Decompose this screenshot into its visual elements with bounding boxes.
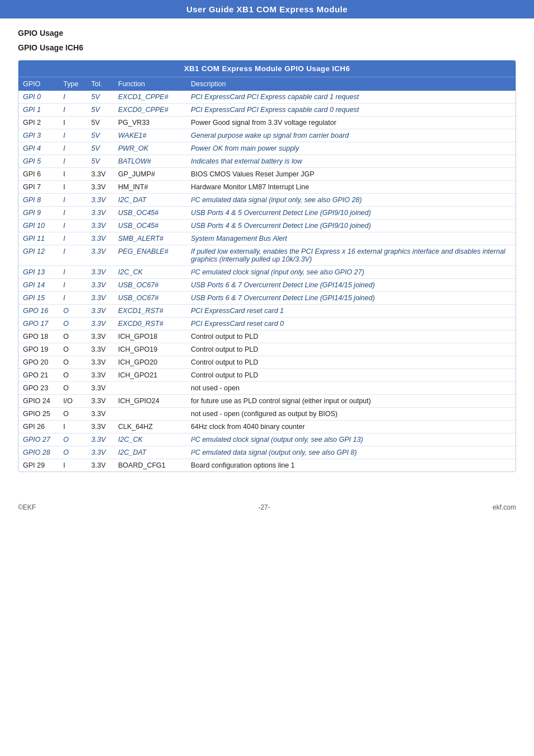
- table-row: GPI 5I5VBATLOW#Indicates that external b…: [18, 155, 516, 168]
- table-row: GPI 2I5VPG_VR33Power Good signal from 3.…: [18, 116, 516, 129]
- cell-tol: 3.3V: [87, 330, 114, 343]
- table-body: GPI 0I5VEXCD1_CPPE#PCI ExpressCard PCI E…: [18, 91, 516, 472]
- cell-func: CLK_64HZ: [114, 421, 186, 433]
- cell-type: O: [59, 305, 87, 318]
- cell-type: O: [59, 408, 87, 421]
- footer: ©EKF -27- ekf.com: [0, 499, 534, 516]
- cell-desc: PCI ExpressCard reset card 1: [186, 305, 516, 318]
- table-row: GPO 18O3.3VICH_GPO18Control output to PL…: [18, 330, 516, 343]
- table-row: GPI 9I3.3VUSB_OC45#USB Ports 4 & 5 Overc…: [18, 207, 516, 220]
- content: GPIO Usage GPIO Usage ICH6 XB1 COM Expre…: [0, 18, 534, 494]
- cell-tol: 3.3V: [87, 305, 114, 318]
- cell-type: O: [59, 356, 87, 369]
- cell-tol: 3.3V: [87, 232, 114, 245]
- cell-gpio: GPIO 27: [18, 433, 59, 446]
- cell-tol: 3.3V: [87, 266, 114, 279]
- cell-desc: PCI ExpressCard PCI Express capable card…: [186, 104, 516, 116]
- cell-tol: 3.3V: [87, 395, 114, 408]
- cell-tol: 3.3V: [87, 446, 114, 459]
- table-row: GPO 16O3.3VEXCD1_RST#PCI ExpressCard res…: [18, 305, 516, 318]
- cell-gpio: GPIO 24: [18, 395, 59, 408]
- cell-desc: Hardware Monitor LM87 Interrupt Line: [186, 181, 516, 194]
- cell-tol: 5V: [87, 104, 114, 116]
- cell-type: O: [59, 343, 87, 356]
- col-header-type: Type: [59, 77, 87, 91]
- cell-desc: USB Ports 6 & 7 Overcurrent Detect Line …: [186, 292, 516, 305]
- cell-tol: 3.3V: [87, 292, 114, 305]
- cell-func: ICH_GPO21: [114, 369, 186, 382]
- cell-func: HM_INT#: [114, 181, 186, 194]
- page-header: User Guide XB1 COM Express Module: [0, 0, 534, 18]
- cell-type: O: [59, 433, 87, 446]
- cell-func: ICH_GPO18: [114, 330, 186, 343]
- cell-type: I: [59, 168, 87, 181]
- col-header-desc: Description: [186, 77, 516, 91]
- table-row: GPI 7I3.3VHM_INT#Hardware Monitor LM87 I…: [18, 181, 516, 194]
- cell-gpio: GPO 16: [18, 305, 59, 318]
- table-row: GPO 17O3.3VEXCD0_RST#PCI ExpressCard res…: [18, 318, 516, 330]
- cell-type: I: [59, 266, 87, 279]
- cell-type: I: [59, 129, 87, 142]
- table-row: GPO 19O3.3VICH_GPO19Control output to PL…: [18, 343, 516, 356]
- cell-tol: 3.3V: [87, 245, 114, 266]
- cell-desc: not used - open: [186, 382, 516, 395]
- footer-left: ©EKF: [18, 503, 36, 511]
- cell-type: I: [59, 220, 87, 232]
- cell-tol: 3.3V: [87, 421, 114, 433]
- table-row: GPI 14I3.3VUSB_OC67#USB Ports 6 & 7 Over…: [18, 279, 516, 292]
- cell-desc: PCI ExpressCard reset card 0: [186, 318, 516, 330]
- cell-func: SMB_ALERT#: [114, 232, 186, 245]
- cell-tol: 3.3V: [87, 408, 114, 421]
- cell-gpio: GPIO 25: [18, 408, 59, 421]
- header-title: User Guide XB1 COM Express Module: [186, 4, 348, 14]
- table-row: GPI 4I5VPWR_OKPower OK from main power s…: [18, 142, 516, 155]
- table-row: GPI 11I3.3VSMB_ALERT#System Management B…: [18, 232, 516, 245]
- table-header-row: GPIO Type Tol. Function Description: [18, 77, 516, 91]
- cell-func: BATLOW#: [114, 155, 186, 168]
- cell-func: ICH_GPO19: [114, 343, 186, 356]
- cell-func: EXCD1_CPPE#: [114, 91, 186, 104]
- cell-gpio: GPI 13: [18, 266, 59, 279]
- cell-gpio: GPO 19: [18, 343, 59, 356]
- cell-type: I: [59, 245, 87, 266]
- cell-func: I2C_CK: [114, 266, 186, 279]
- cell-func: USB_OC45#: [114, 207, 186, 220]
- cell-gpio: GPO 18: [18, 330, 59, 343]
- cell-gpio: GPI 9: [18, 207, 59, 220]
- cell-func: [114, 382, 186, 395]
- table-title: XB1 COM Express Module GPIO Usage ICH6: [18, 60, 516, 77]
- cell-tol: 3.3V: [87, 369, 114, 382]
- cell-tol: 5V: [87, 155, 114, 168]
- cell-gpio: GPI 6: [18, 168, 59, 181]
- table-row: GPIO 24I/O3.3VICH_GPIO24for future use a…: [18, 395, 516, 408]
- cell-desc: USB Ports 4 & 5 Overcurrent Detect Line …: [186, 220, 516, 232]
- cell-func: [114, 408, 186, 421]
- cell-gpio: GPO 20: [18, 356, 59, 369]
- table-row: GPIO 25O3.3Vnot used - open (configured …: [18, 408, 516, 421]
- cell-func: USB_OC67#: [114, 279, 186, 292]
- cell-desc: Control output to PLD: [186, 356, 516, 369]
- cell-func: WAKE1#: [114, 129, 186, 142]
- cell-desc: for future use as PLD control signal (ei…: [186, 395, 516, 408]
- cell-func: I2C_DAT: [114, 446, 186, 459]
- cell-gpio: GPI 14: [18, 279, 59, 292]
- cell-type: I: [59, 116, 87, 129]
- cell-gpio: GPO 17: [18, 318, 59, 330]
- table-row: GPI 13I3.3VI2C_CKI²C emulated clock sign…: [18, 266, 516, 279]
- cell-type: I: [59, 104, 87, 116]
- cell-func: EXCD1_RST#: [114, 305, 186, 318]
- cell-tol: 3.3V: [87, 220, 114, 232]
- cell-tol: 3.3V: [87, 318, 114, 330]
- table-row: GPI 8I3.3VI2C_DATI²C emulated data signa…: [18, 194, 516, 207]
- cell-type: I: [59, 91, 87, 104]
- cell-type: O: [59, 446, 87, 459]
- cell-func: BOARD_CFG1: [114, 459, 186, 472]
- cell-gpio: GPO 23: [18, 382, 59, 395]
- cell-desc: Power Good signal from 3.3V voltage regu…: [186, 116, 516, 129]
- cell-tol: 3.3V: [87, 279, 114, 292]
- cell-tol: 5V: [87, 142, 114, 155]
- cell-tol: 3.3V: [87, 207, 114, 220]
- cell-gpio: GPI 0: [18, 91, 59, 104]
- col-header-tol: Tol.: [87, 77, 114, 91]
- cell-tol: 5V: [87, 129, 114, 142]
